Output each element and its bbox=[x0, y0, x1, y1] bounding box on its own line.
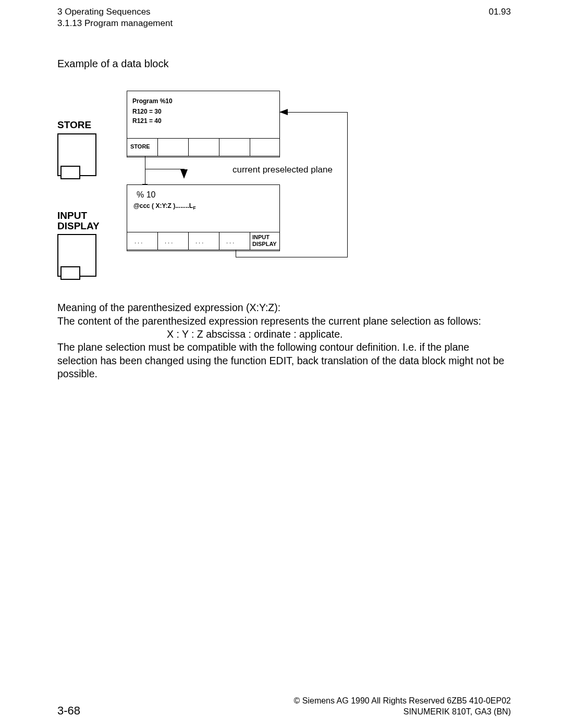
p2: The content of the parenthesized express… bbox=[57, 315, 511, 328]
copyright: © Siemens AG 1990 All Rights Reserved 6Z… bbox=[294, 695, 511, 707]
input-display-softkey-2: DISPLAY bbox=[252, 241, 277, 247]
monitor-icon bbox=[57, 234, 96, 286]
prog-line-1: Program %10 bbox=[132, 97, 173, 105]
softkey-row-bottom: . . . . . . . . . . . . INPUT DISPLAY bbox=[127, 232, 280, 250]
at-ccc-line: @ccc ( X:Y:Z )........LF bbox=[133, 202, 196, 211]
input-display-label: INPUT DISPLAY bbox=[57, 211, 100, 231]
monitor-icon bbox=[57, 133, 96, 186]
p4: The plane selection must be compatible w… bbox=[57, 341, 511, 380]
chapter-line: 3 Operating Sequences bbox=[57, 6, 173, 18]
section-line: 3.1.13 Program management bbox=[57, 18, 173, 29]
page-header: 3 Operating Sequences 3.1.13 Program man… bbox=[57, 6, 511, 29]
page-number: 3-68 bbox=[57, 704, 80, 718]
softkey-dots-4: . . . bbox=[226, 239, 234, 244]
p1: Meaning of the parenthesized expression … bbox=[57, 301, 511, 314]
prog-line-3: R121 = 40 bbox=[132, 117, 162, 125]
softkey-dots-1: . . . bbox=[134, 239, 142, 244]
store-label: STORE bbox=[57, 119, 91, 131]
body-text: Meaning of the parenthesized expression … bbox=[57, 301, 511, 380]
page-footer: 3-68 © Siemens AG 1990 All Rights Reserv… bbox=[57, 695, 511, 718]
product-line: SINUMERIK 810T, GA3 (BN) bbox=[294, 706, 511, 718]
input-display-softkey-1: INPUT bbox=[252, 235, 270, 240]
store-softkey: STORE bbox=[130, 144, 150, 150]
percent-10: % 10 bbox=[137, 190, 155, 200]
softkey-dots-2: . . . bbox=[165, 239, 173, 244]
softkey-dots-3: . . . bbox=[195, 239, 203, 244]
version-line: 01.93 bbox=[488, 6, 511, 29]
data-block-diagram: STORE Program %10 R120 = 30 R121 = 40 ST… bbox=[57, 91, 511, 289]
p3: X : Y : Z abscissa : ordinate : applicat… bbox=[57, 328, 511, 341]
current-preselected-label: current preselected plane bbox=[232, 165, 333, 175]
softkey-row-top: STORE bbox=[127, 138, 280, 156]
prog-line-2: R120 = 30 bbox=[132, 108, 162, 115]
example-title: Example of a data block bbox=[57, 58, 511, 70]
